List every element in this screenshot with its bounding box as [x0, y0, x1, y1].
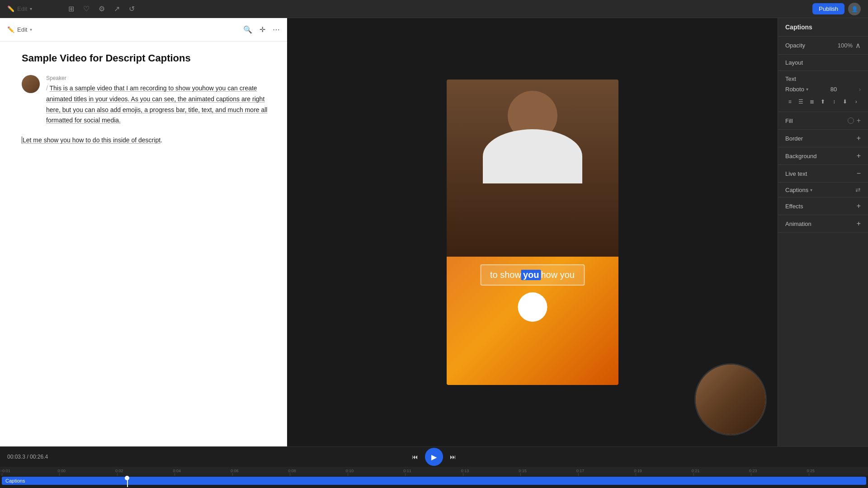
animation-plus-icon[interactable]: +	[857, 220, 861, 228]
border-section[interactable]: Border +	[778, 130, 868, 147]
crosshair-icon[interactable]: ✛	[259, 25, 265, 34]
top-nav-group: ⊞ ♡ ⚙ ↗ ↺	[68, 5, 135, 13]
ruler-mark-8: 0:13	[463, 467, 520, 476]
opacity-label: Opacity	[785, 42, 805, 49]
timeline-tracks-wrapper: Captions	[0, 476, 868, 488]
ruler-mark-0: −0:01	[2, 467, 59, 476]
ruler-mark-7: 0:11	[405, 467, 462, 476]
align-bottom-button[interactable]: ⬇	[840, 96, 849, 107]
background-plus-icon[interactable]: +	[857, 152, 861, 160]
timeline-controls: 00:03.3 / 00:26.4 ⏮ ▶ ⏭	[0, 447, 868, 467]
align-right-button[interactable]: ≣	[807, 96, 816, 107]
ruler-mark-6: 0:10	[348, 467, 405, 476]
align-center-button[interactable]: ☰	[796, 96, 805, 107]
font-size-value[interactable]: 80	[830, 86, 837, 93]
ruler-mark-4: 0:06	[232, 467, 290, 476]
ruler-label-13: 0:23	[749, 469, 757, 473]
doc-title: Sample Video for Descript Captions	[22, 52, 276, 64]
animation-label: Animation	[785, 221, 811, 227]
timeline-area: 00:03.3 / 00:26.4 ⏮ ▶ ⏭ −0:01 0:00 0:02	[0, 446, 868, 488]
transcript-paragraph-2[interactable]: Let me show you how to do this inside of…	[22, 135, 276, 146]
edit-text-left: Edit	[17, 26, 27, 33]
border-plus-icon[interactable]: +	[857, 134, 861, 142]
transcript-cursor	[22, 136, 22, 144]
align-top-button[interactable]: ⬆	[818, 96, 827, 107]
caption-overlay: to show you how you	[480, 264, 585, 286]
transcript-paragraph-1[interactable]: / This is a sample video that I am recor…	[46, 83, 276, 126]
top-bar-left: ✏️ Edit ▾	[7, 5, 32, 12]
fill-color-swatch[interactable]	[848, 117, 854, 124]
font-row: Roboto ▾ 80 ›	[785, 86, 861, 93]
chevron-up-icon: ∧	[855, 41, 861, 50]
ruler-label-9: 0:15	[519, 469, 527, 473]
center-panel: to show you how you	[287, 18, 778, 446]
current-time: 00:03.3	[7, 454, 25, 460]
toolbar-icons: 🔍 ✛ ⋯	[243, 25, 280, 34]
captions-track[interactable]: Captions	[2, 477, 866, 485]
opacity-section[interactable]: Opacity 100% ∧	[778, 37, 868, 55]
fill-plus-icon[interactable]: +	[857, 117, 861, 125]
font-name[interactable]: Roboto ▾	[785, 86, 808, 93]
layout-label: Layout	[785, 59, 803, 66]
ruler-label-3: 0:04	[173, 469, 181, 473]
go-to-end-button[interactable]: ⏭	[447, 450, 459, 463]
user-avatar: 👤	[848, 3, 861, 15]
captions-refresh-icon[interactable]: ⇄	[855, 186, 861, 193]
ruler-mark-12: 0:21	[693, 467, 751, 476]
more-align-button[interactable]: ›	[852, 96, 861, 107]
ruler-marks: −0:01 0:00 0:02 0:04 0:06 0:08	[2, 467, 866, 476]
undo-icon[interactable]: ↺	[129, 5, 135, 13]
go-to-start-button[interactable]: ⏮	[409, 450, 421, 463]
ruler-label-1: 0:00	[57, 469, 66, 473]
play-button[interactable]: ▶	[425, 448, 443, 466]
ruler-mark-5: 0:08	[290, 467, 347, 476]
publish-button[interactable]: Publish	[812, 3, 844, 14]
top-bar-right: Publish 👤	[812, 3, 861, 15]
captions-sub-text: Captions	[785, 187, 808, 193]
more-icon[interactable]: ⋯	[273, 25, 280, 34]
search-icon[interactable]: 🔍	[243, 25, 252, 34]
speaker-avatar	[22, 75, 40, 93]
effects-section[interactable]: Effects +	[778, 197, 868, 215]
text-section: Text Roboto ▾ 80 › ≡ ☰ ≣ ⬆ ↕ ⬇ ›	[778, 71, 868, 112]
fill-section[interactable]: Fill +	[778, 112, 868, 130]
live-text-section[interactable]: Live text −	[778, 165, 868, 183]
speaker-label: Speaker	[46, 75, 276, 81]
text-section-header[interactable]: Text	[785, 75, 861, 82]
transcript-period: .	[160, 136, 162, 144]
speaker-block: Speaker / This is a sample video that I …	[22, 75, 276, 126]
layout-section[interactable]: Layout	[778, 55, 868, 71]
align-left-button[interactable]: ≡	[785, 96, 794, 107]
left-panel: ✏️ Edit ▾ 🔍 ✛ ⋯ Sample Video for Descrip…	[0, 18, 287, 446]
speaker-content: Speaker / This is a sample video that I …	[46, 75, 276, 126]
ruler-mark-14: 0:25	[809, 467, 866, 476]
right-panel: Captions Opacity 100% ∧ Layout Text Robo…	[778, 18, 868, 446]
border-label: Border	[785, 135, 803, 142]
captions-subsection[interactable]: Captions ▾ ⇄	[778, 183, 868, 197]
transcript-main-text: This is a sample video that I am recordi…	[50, 84, 203, 92]
captions-track-label: Captions	[5, 478, 25, 483]
video-container[interactable]: to show you how you	[447, 80, 618, 385]
heart-icon[interactable]: ♡	[83, 5, 90, 13]
transcript-slash: /	[46, 84, 50, 92]
align-middle-button[interactable]: ↕	[830, 96, 839, 107]
effects-plus-icon[interactable]: +	[857, 202, 861, 210]
ruler-mark-2: 0:02	[117, 467, 175, 476]
ruler-label-5: 0:08	[288, 469, 296, 473]
ruler-mark-11: 0:19	[636, 467, 693, 476]
right-panel-header: Captions	[778, 18, 868, 37]
animation-section[interactable]: Animation +	[778, 215, 868, 233]
ruler-mark-3: 0:04	[175, 467, 232, 476]
caption-after: how you	[541, 270, 575, 280]
share-icon[interactable]: ↗	[114, 5, 120, 13]
settings-icon[interactable]: ⚙	[99, 5, 105, 13]
ruler-label-4: 0:06	[231, 469, 239, 473]
video-background: to show you how you	[447, 80, 618, 385]
caption-highlighted-word: you	[521, 270, 541, 280]
grid-icon[interactable]: ⊞	[68, 5, 74, 13]
top-bar: ✏️ Edit ▾ ⊞ ♡ ⚙ ↗ ↺ Publish 👤	[0, 0, 868, 18]
background-section[interactable]: Background +	[778, 147, 868, 165]
edit-label-left: ✏️ Edit ▾	[7, 26, 32, 33]
live-text-minus-icon[interactable]: −	[857, 169, 861, 178]
main-area: ✏️ Edit ▾ 🔍 ✛ ⋯ Sample Video for Descrip…	[0, 18, 868, 446]
